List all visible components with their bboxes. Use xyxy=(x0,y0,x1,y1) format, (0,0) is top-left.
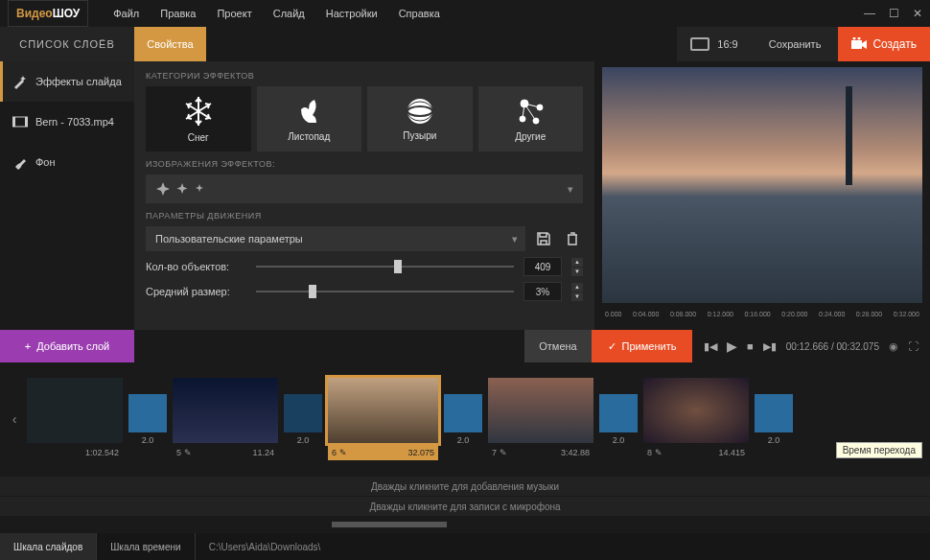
mic-track[interactable]: Дважды кликните для записи с микрофона xyxy=(0,497,930,516)
menu-edit[interactable]: Правка xyxy=(151,4,205,23)
svg-rect-5 xyxy=(12,117,15,127)
add-layer-button[interactable]: + Добавить слой xyxy=(0,330,134,362)
app-logo: ВидеоШОУ xyxy=(8,0,88,27)
cancel-button[interactable]: Отмена xyxy=(524,330,592,362)
scroll-thumb[interactable] xyxy=(332,522,447,527)
stop-button[interactable]: ■ xyxy=(747,340,754,352)
slider-value[interactable]: 3% xyxy=(523,282,562,301)
layers-column: Эффекты слайда Bern - 7033.mp4 Фон xyxy=(0,61,134,330)
main-menu: Файл Правка Проект Слайд Настройки Справ… xyxy=(104,4,450,23)
delete-preset-button[interactable] xyxy=(562,228,583,249)
transition[interactable]: 2.0 xyxy=(755,394,793,445)
timeline-clip[interactable]: 8 ✎14.415 xyxy=(643,378,749,460)
aspect-ratio[interactable]: 16:9 xyxy=(677,27,751,61)
slider-object-count: Кол-во объектов: 409 ▲▼ xyxy=(146,257,583,276)
preview-ruler[interactable]: 0.0000:04.0000:08.0000:12.0000:16.0000:2… xyxy=(602,303,922,324)
effect-cat-leaves[interactable]: Листопад xyxy=(257,86,362,152)
timeline: ‹ 1:02.542 2.0 5 ✎11.24 2.0 6 ✎32.075 2.… xyxy=(0,362,930,476)
effect-cat-snow[interactable]: Снег xyxy=(146,86,251,152)
menu-help[interactable]: Справка xyxy=(389,4,450,23)
minimize-icon[interactable]: — xyxy=(864,7,875,20)
slider-thumb[interactable] xyxy=(394,260,402,273)
save-preset-button[interactable] xyxy=(533,228,554,249)
next-button[interactable]: ▶▮ xyxy=(763,340,777,353)
fullscreen-icon[interactable]: ⛶ xyxy=(908,340,918,353)
timeline-clip-selected[interactable]: 6 ✎32.075 xyxy=(328,378,438,460)
timeline-scrollbar[interactable] xyxy=(19,520,911,529)
slider-thumb[interactable] xyxy=(309,285,316,298)
bottom-tabs: Шкала слайдов Шкала времени C:\Users\Aid… xyxy=(0,533,930,560)
timeline-prev[interactable]: ‹ xyxy=(8,381,21,457)
layer-video-clip[interactable]: Bern - 7033.mp4 xyxy=(0,102,134,142)
music-track[interactable]: Дважды кликните для добавления музыки xyxy=(0,477,930,496)
plus-icon: + xyxy=(25,340,31,352)
transition[interactable]: 2.0 xyxy=(599,394,638,445)
effect-images-label: ИЗОБРАЖЕНИЯ ЭФФЕКТОВ: xyxy=(146,159,583,169)
file-path: C:\Users\Aida\Downloads\ xyxy=(196,533,335,560)
preview-content xyxy=(846,86,852,185)
network-icon xyxy=(515,96,546,127)
sphere-icon xyxy=(406,97,434,126)
effect-cat-bubbles[interactable]: Пузыри xyxy=(367,86,473,152)
effect-image-select[interactable] xyxy=(146,175,583,203)
create-button[interactable]: Создать xyxy=(838,27,930,61)
svg-rect-0 xyxy=(851,40,862,49)
trash-icon xyxy=(567,232,578,245)
wand-icon xyxy=(12,74,28,89)
preview-viewport[interactable] xyxy=(602,67,922,303)
clip-icon xyxy=(12,115,28,128)
svg-point-3 xyxy=(858,37,861,40)
menu-project[interactable]: Проект xyxy=(207,4,261,23)
leaf-icon xyxy=(293,96,324,127)
transition[interactable]: 2.0 xyxy=(284,394,322,445)
playback-controls: ▮◀ ▶ ■ ▶▮ 00:12.666 / 00:32.075 ◉ ⛶ xyxy=(692,330,930,362)
timeline-clip[interactable]: 5 ✎11.24 xyxy=(173,378,278,460)
camera-icon xyxy=(851,37,867,51)
preset-select[interactable]: Пользовательские параметры xyxy=(146,226,525,251)
prev-button[interactable]: ▮◀ xyxy=(704,340,717,353)
effect-cat-other[interactable]: Другие xyxy=(478,86,584,152)
time-display: 00:12.666 / 00:32.075 xyxy=(786,341,879,352)
svg-marker-1 xyxy=(862,40,867,49)
play-button[interactable]: ▶ xyxy=(727,338,737,354)
layer-background[interactable]: Фон xyxy=(0,142,134,182)
sparkles-icon xyxy=(155,180,222,198)
menu-file[interactable]: Файл xyxy=(104,4,149,23)
save-button[interactable]: Сохранить xyxy=(752,27,839,61)
maximize-icon[interactable]: ☐ xyxy=(889,7,899,20)
apply-button[interactable]: ✓ Применить xyxy=(592,330,692,362)
tooltip: Время перехода xyxy=(836,442,922,458)
motion-params-label: ПАРАМЕТРЫ ДВИЖЕНИЯ xyxy=(146,211,583,221)
tab-slide-scale[interactable]: Шкала слайдов xyxy=(0,533,97,560)
preset-row: Пользовательские параметры xyxy=(146,226,583,251)
slider-value[interactable]: 409 xyxy=(523,257,562,276)
transition[interactable]: 2.0 xyxy=(128,394,167,445)
svg-point-2 xyxy=(853,37,856,40)
spinner[interactable]: ▲▼ xyxy=(571,283,583,301)
svg-rect-6 xyxy=(25,117,28,127)
slider-average-size: Средний размер: 3% ▲▼ xyxy=(146,282,583,301)
spinner[interactable]: ▲▼ xyxy=(571,258,583,276)
timeline-clip[interactable]: 7 ✎3:42.88 xyxy=(488,378,593,460)
preview-column: 0.0000:04.0000:08.0000:12.0000:16.0000:2… xyxy=(594,61,930,330)
timeline-clip[interactable]: 1:02.542 xyxy=(27,378,123,460)
main-area: Эффекты слайда Bern - 7033.mp4 Фон КАТЕГ… xyxy=(0,61,930,330)
slider-track[interactable] xyxy=(256,266,514,268)
menu-slide[interactable]: Слайд xyxy=(264,4,314,23)
menu-settings[interactable]: Настройки xyxy=(316,4,387,23)
tab-time-scale[interactable]: Шкала времени xyxy=(97,533,195,560)
window-buttons: — ☐ ✕ xyxy=(864,7,922,20)
snapshot-icon[interactable]: ◉ xyxy=(889,340,898,353)
top-row: СПИСОК СЛОЁВ Свойства 16:9 Сохранить Соз… xyxy=(0,27,930,61)
layers-title: СПИСОК СЛОЁВ xyxy=(0,27,134,61)
save-icon xyxy=(537,232,550,245)
slider-track[interactable] xyxy=(256,291,514,292)
check-icon: ✓ xyxy=(608,340,616,353)
tab-properties[interactable]: Свойства xyxy=(134,27,206,61)
aspect-icon xyxy=(690,37,709,51)
properties-panel: КАТЕГОРИИ ЭФФЕКТОВ Снег Листопад Пузыри … xyxy=(134,61,594,330)
brush-icon xyxy=(12,154,28,170)
close-icon[interactable]: ✕ xyxy=(913,7,922,20)
layer-slide-effects[interactable]: Эффекты слайда xyxy=(0,61,134,102)
transition[interactable]: 2.0 xyxy=(444,394,482,445)
